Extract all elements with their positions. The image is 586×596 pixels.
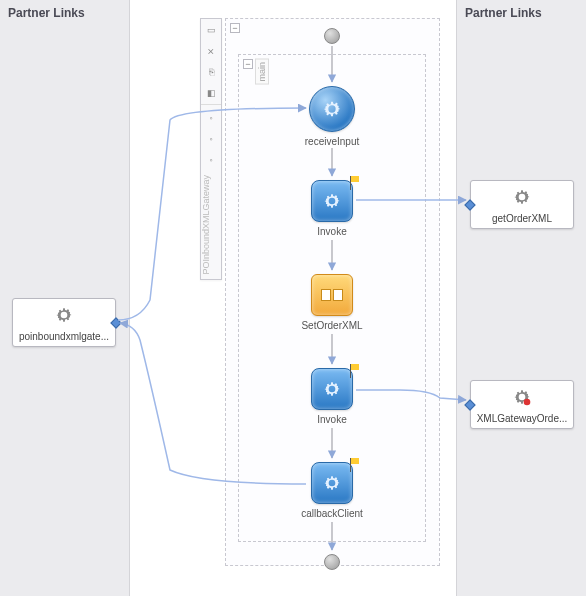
toolbar-close-icon[interactable]: ⨯ bbox=[201, 41, 221, 61]
invoke-icon bbox=[311, 368, 353, 410]
process-start bbox=[324, 28, 340, 44]
assign-icon bbox=[311, 274, 353, 316]
activity-label: receiveInput bbox=[292, 136, 372, 147]
partnerlink-getorderxml[interactable]: getOrderXML bbox=[470, 180, 574, 229]
partnerlink-poinbound[interactable]: poinboundxmlgate... bbox=[12, 298, 116, 347]
activity-setorderxml[interactable]: SetOrderXML bbox=[292, 274, 372, 331]
gear-icon bbox=[512, 387, 532, 407]
partnerlink-label: XMLGatewayOrde... bbox=[475, 413, 569, 424]
process-end bbox=[324, 554, 340, 570]
partnerlink-xmlgateway[interactable]: XMLGatewayOrde... bbox=[470, 380, 574, 429]
svg-point-0 bbox=[524, 399, 531, 406]
gear-icon bbox=[512, 187, 532, 207]
activity-label: SetOrderXML bbox=[292, 320, 372, 331]
activity-invoke-2[interactable]: Invoke bbox=[292, 368, 372, 425]
sequence-main-label: main bbox=[255, 59, 269, 85]
invoke-icon bbox=[311, 462, 353, 504]
collapse-sequence-button[interactable]: − bbox=[243, 59, 253, 69]
activity-label: Invoke bbox=[292, 414, 372, 425]
bpel-canvas: Partner Links Partner Links ▭ ⨯ ⎘ ◧ ◦ ◦ … bbox=[0, 0, 586, 596]
activity-invoke-1[interactable]: Invoke bbox=[292, 180, 372, 237]
toolbar-item-icon[interactable]: ◦ bbox=[201, 129, 221, 149]
invoke-icon bbox=[311, 180, 353, 222]
mini-toolbar: ▭ ⨯ ⎘ ◧ ◦ ◦ ◦ POInboundXMLGateway bbox=[200, 18, 222, 280]
gear-icon bbox=[54, 305, 74, 325]
activity-label: callbackClient bbox=[292, 508, 372, 519]
activity-receiveInput[interactable]: receiveInput bbox=[292, 86, 372, 147]
partnerlink-label: getOrderXML bbox=[475, 213, 569, 224]
toolbar-vertical-label: POInboundXMLGateway bbox=[201, 171, 211, 279]
breakpoint-flag-icon bbox=[350, 364, 360, 374]
toolbar-link-icon[interactable]: ⎘ bbox=[201, 62, 221, 82]
activity-label: Invoke bbox=[292, 226, 372, 237]
toolbar-separator bbox=[201, 104, 221, 107]
process-center-panel: ▭ ⨯ ⎘ ◧ ◦ ◦ ◦ POInboundXMLGateway − − ma… bbox=[130, 0, 456, 596]
partner-links-right-title: Partner Links bbox=[457, 0, 586, 26]
collapse-scope-button[interactable]: − bbox=[230, 23, 240, 33]
toolbar-props-icon[interactable]: ◧ bbox=[201, 83, 221, 103]
toolbar-item-icon[interactable]: ◦ bbox=[201, 150, 221, 170]
activity-callbackclient[interactable]: callbackClient bbox=[292, 462, 372, 519]
partner-links-left-title: Partner Links bbox=[0, 0, 129, 26]
breakpoint-flag-icon bbox=[350, 458, 360, 468]
partner-links-right-panel: Partner Links bbox=[456, 0, 586, 596]
partnerlink-label: poinboundxmlgate... bbox=[17, 331, 111, 342]
breakpoint-flag-icon bbox=[350, 176, 360, 186]
receive-icon bbox=[309, 86, 355, 132]
toolbar-item-icon[interactable]: ◦ bbox=[201, 108, 221, 128]
toolbar-collapse-icon[interactable]: ▭ bbox=[201, 20, 221, 40]
